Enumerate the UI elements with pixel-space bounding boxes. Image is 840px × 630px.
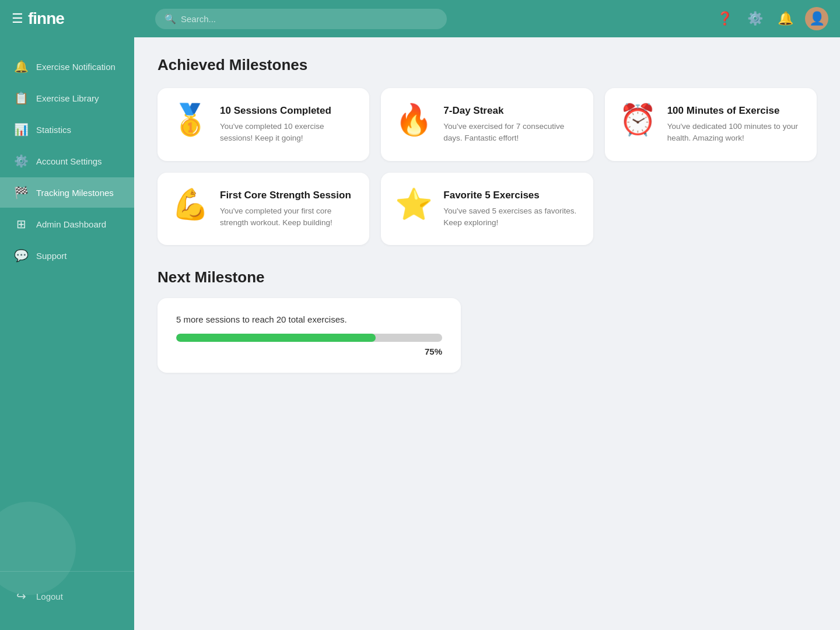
- milestone-info-minutes: 100 Minutes of Exercise You've dedicated…: [667, 104, 803, 145]
- search-bar[interactable]: 🔍: [155, 9, 447, 29]
- sidebar-item-statistics[interactable]: 📊 Statistics: [0, 114, 134, 145]
- minutes-icon: ⏰: [619, 104, 657, 135]
- sidebar-label-tracking-milestones: Tracking Milestones: [36, 188, 114, 198]
- milestone-card-core: 💪 First Core Strength Session You've com…: [158, 173, 369, 246]
- next-milestone-card: 5 more sessions to reach 20 total exerci…: [158, 298, 461, 373]
- milestone-title-streak: 7-Day Streak: [443, 104, 579, 117]
- logout-icon: ↪: [14, 589, 28, 603]
- sidebar-label-exercise-notification: Exercise Notification: [36, 62, 116, 72]
- streak-icon: 🔥: [395, 104, 433, 135]
- milestone-info-streak: 7-Day Streak You've exercised for 7 cons…: [443, 104, 579, 145]
- sidebar-item-tracking-milestones[interactable]: 🏁 Tracking Milestones: [0, 177, 134, 208]
- menu-icon[interactable]: ☰: [12, 11, 23, 26]
- sidebar-label-exercise-library: Exercise Library: [36, 93, 99, 103]
- app-logo: finne: [28, 9, 64, 28]
- settings-icon[interactable]: ⚙️: [744, 8, 765, 29]
- sidebar-item-logout[interactable]: ↪ Logout: [0, 581, 134, 611]
- sidebar-item-support[interactable]: 💬 Support: [0, 240, 134, 271]
- milestones-row-2: 💪 First Core Strength Session You've com…: [158, 173, 817, 246]
- sidebar-label-admin-dashboard: Admin Dashboard: [36, 219, 106, 229]
- topbar-actions: ❓ ⚙️ 🔔 👤: [714, 7, 828, 30]
- notifications-icon[interactable]: 🔔: [775, 8, 796, 29]
- milestone-card-minutes: ⏰ 100 Minutes of Exercise You've dedicat…: [605, 88, 817, 161]
- sessions-icon: 🥇: [172, 104, 209, 135]
- statistics-icon: 📊: [14, 123, 28, 136]
- next-milestone-text: 5 more sessions to reach 20 total exerci…: [176, 314, 442, 324]
- sidebar-bottom: ↪ Logout: [0, 571, 134, 621]
- milestone-card-streak: 🔥 7-Day Streak You've exercised for 7 co…: [381, 88, 593, 161]
- achieved-milestones-title: Achieved Milestones: [158, 56, 817, 74]
- milestone-title-sessions: 10 Sessions Completed: [220, 104, 355, 117]
- progress-bar-background: [176, 334, 442, 342]
- milestones-icon: 🏁: [14, 186, 28, 200]
- core-icon: 💪: [172, 189, 209, 219]
- milestones-all: 🥇 10 Sessions Completed You've completed…: [158, 88, 817, 245]
- favorites-icon: ⭐: [395, 189, 433, 219]
- milestone-title-favorites: Favorite 5 Exercises: [443, 189, 579, 202]
- topbar: ☰ finne 🔍 ❓ ⚙️ 🔔 👤: [0, 0, 840, 37]
- milestone-card-favorites: ⭐ Favorite 5 Exercises You've saved 5 ex…: [381, 173, 593, 246]
- logo-area: ☰ finne: [12, 9, 146, 28]
- help-icon[interactable]: ❓: [714, 8, 735, 29]
- main-content: Achieved Milestones 🥇 10 Sessions Comple…: [134, 37, 840, 630]
- next-milestone-title: Next Milestone: [158, 268, 817, 286]
- milestones-row-1: 🥇 10 Sessions Completed You've completed…: [158, 88, 817, 161]
- sidebar-label-support: Support: [36, 251, 67, 261]
- sidebar-item-exercise-library[interactable]: 📋 Exercise Library: [0, 83, 134, 113]
- milestone-title-core: First Core Strength Session: [220, 189, 355, 202]
- milestone-desc-minutes: You've dedicated 100 minutes to your hea…: [667, 121, 803, 145]
- sidebar: 🔔 Exercise Notification 📋 Exercise Libra…: [0, 37, 134, 630]
- milestone-info-favorites: Favorite 5 Exercises You've saved 5 exer…: [443, 189, 579, 229]
- user-avatar[interactable]: 👤: [805, 7, 828, 30]
- milestone-desc-streak: You've exercised for 7 consecutive days.…: [443, 121, 579, 145]
- layout: 🔔 Exercise Notification 📋 Exercise Libra…: [0, 37, 840, 630]
- search-input[interactable]: [181, 14, 438, 24]
- sidebar-label-statistics: Statistics: [36, 125, 71, 135]
- sidebar-item-admin-dashboard[interactable]: ⊞ Admin Dashboard: [0, 209, 134, 239]
- progress-bar-fill: [176, 334, 376, 342]
- support-icon: 💬: [14, 249, 28, 262]
- library-icon: 📋: [14, 91, 28, 105]
- milestone-desc-core: You've completed your first core strengt…: [220, 205, 355, 229]
- milestone-desc-sessions: You've completed 10 exercise sessions! K…: [220, 121, 355, 145]
- progress-label: 75%: [176, 346, 442, 356]
- search-icon: 🔍: [164, 13, 176, 24]
- dashboard-icon: ⊞: [14, 217, 28, 231]
- milestone-info-core: First Core Strength Session You've compl…: [220, 189, 355, 229]
- settings-gear-icon: ⚙️: [14, 154, 28, 168]
- sidebar-item-exercise-notification[interactable]: 🔔 Exercise Notification: [0, 51, 134, 82]
- milestone-card-sessions: 🥇 10 Sessions Completed You've completed…: [158, 88, 369, 161]
- sidebar-label-logout: Logout: [36, 592, 63, 601]
- milestone-info-sessions: 10 Sessions Completed You've completed 1…: [220, 104, 355, 145]
- notification-icon: 🔔: [14, 60, 28, 74]
- milestone-title-minutes: 100 Minutes of Exercise: [667, 104, 803, 117]
- sidebar-nav: 🔔 Exercise Notification 📋 Exercise Libra…: [0, 47, 134, 571]
- sidebar-item-account-settings[interactable]: ⚙️ Account Settings: [0, 146, 134, 176]
- milestone-desc-favorites: You've saved 5 exercises as favorites. K…: [443, 205, 579, 229]
- sidebar-label-account-settings: Account Settings: [36, 156, 102, 166]
